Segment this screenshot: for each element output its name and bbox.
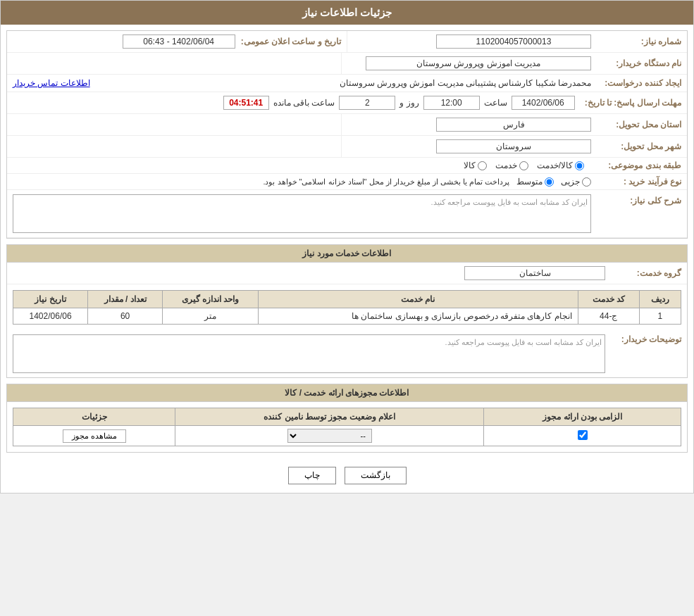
service-group-value: ساختمان xyxy=(464,266,605,280)
province-value: فارس xyxy=(436,118,591,132)
category-khadamat-option[interactable]: خدمت xyxy=(495,161,528,170)
deadline-remaining: 04:51:41 xyxy=(223,96,269,110)
deadline-days-label: روز و xyxy=(399,98,419,108)
permits-section-header: اطلاعات مجوزهای ارائه خدمت / کالا xyxy=(7,384,687,402)
service-group-row: گروه خدمت: ساختمان xyxy=(7,263,687,284)
need-description-row: شرح کلی نیاز: ایران کد مشابه است به فایل… xyxy=(7,190,687,238)
col-details: جزئیات xyxy=(13,408,175,426)
requester-label: ایجاد کننده درخواست: xyxy=(597,78,681,88)
process-jazii-option[interactable]: جزیی xyxy=(561,177,591,187)
back-button[interactable]: بازگشت xyxy=(345,467,407,484)
deadline-label: مهلت ارسال پاسخ: تا تاریخ: xyxy=(585,98,681,108)
requester-value: محمدرضا شکیبا کارشناس پشتیبانی مدیریت ام… xyxy=(96,78,591,88)
category-khadamat-text: خدمت xyxy=(495,161,517,170)
page-title: جزئیات اطلاعات نیاز xyxy=(1,1,693,25)
services-table: ردیف کد خدمت نام خدمت واحد اندازه گیری ت… xyxy=(13,290,681,325)
process-row: نوع فرآیند خرید : جزیی متوسط پرداخت تمام… xyxy=(7,174,687,190)
need-desc-value: ایران کد مشابه است به فایل پیوست مراجعه … xyxy=(13,194,591,233)
deadline-remaining-label: ساعت باقی مانده xyxy=(273,98,335,108)
process-label: نوع فرآیند خرید : xyxy=(597,177,681,187)
col-date: تاریخ نیاز xyxy=(13,291,88,308)
cell-service-code: ج-44 xyxy=(578,308,639,325)
category-kala-radio[interactable] xyxy=(478,161,487,170)
need-number-label: شماره نیاز: xyxy=(597,37,681,46)
category-kala-text: کالا xyxy=(464,161,476,170)
category-kala-khadamat-radio[interactable] xyxy=(575,161,584,170)
cell-quantity: 60 xyxy=(88,308,163,325)
col-required: الزامی بودن ارائه مجوز xyxy=(484,408,681,426)
cell-details: مشاهده مجوز xyxy=(13,426,175,446)
category-kala-khadamat-option[interactable]: کالا/خدمت xyxy=(537,161,584,170)
need-number-value: 1102004057000013 xyxy=(436,34,591,49)
category-kala-option[interactable]: کالا xyxy=(464,161,487,170)
col-unit: واحد اندازه گیری xyxy=(163,291,259,308)
city-value: سروستان xyxy=(436,139,591,153)
need-desc-label: شرح کلی نیاز: xyxy=(597,194,681,233)
process-desc: پرداخت تمام یا بخشی از مبلغ خریدار از مح… xyxy=(263,177,509,187)
category-row: طبقه بندی موضوعی: کالا/خدمت خدمت کالا xyxy=(7,158,687,174)
view-permit-button[interactable]: مشاهده مجوز xyxy=(63,429,126,443)
table-row: -- مشاهده مجوز xyxy=(13,426,681,446)
deadline-days: 2 xyxy=(339,96,395,110)
cell-row-num: 1 xyxy=(639,308,681,325)
cell-date: 1402/06/06 xyxy=(13,308,88,325)
category-label: طبقه بندی موضوعی: xyxy=(597,161,681,170)
col-row-num: ردیف xyxy=(639,291,681,308)
process-jazii-text: جزیی xyxy=(561,177,580,187)
announce-date-value: 1402/06/04 - 06:43 xyxy=(123,34,235,49)
category-kala-khadamat-text: کالا/خدمت xyxy=(537,161,573,170)
services-section-header: اطلاعات خدمات مورد نیاز xyxy=(7,245,687,263)
buyer-org-label: نام دستگاه خریدار: xyxy=(597,58,681,68)
col-quantity: تعداد / مقدار xyxy=(88,291,163,308)
province-label: استان محل تحویل: xyxy=(597,120,681,130)
contact-info-link[interactable]: اطلاعات تماس خریدار xyxy=(13,78,90,88)
buyer-desc-label: توضیحات خریدار: xyxy=(611,334,681,373)
col-service-name: نام خدمت xyxy=(258,291,578,308)
process-jazii-radio[interactable] xyxy=(582,177,591,187)
services-section: اطلاعات خدمات مورد نیاز گروه خدمت: ساختم… xyxy=(6,244,688,378)
permit-announce-select[interactable]: -- xyxy=(287,429,372,443)
cell-required xyxy=(484,426,681,446)
process-motevaset-radio[interactable] xyxy=(545,177,554,187)
city-label: شهر محل تحویل: xyxy=(597,142,681,151)
permits-section: اطلاعات مجوزهای ارائه خدمت / کالا الزامی… xyxy=(6,384,688,453)
col-service-code: کد خدمت xyxy=(578,291,639,308)
category-khadamat-radio[interactable] xyxy=(519,161,528,170)
permits-table: الزامی بودن ارائه مجوز اعلام وضعیت مجوز … xyxy=(13,408,681,446)
deadline-date: 1402/06/06 xyxy=(512,96,575,110)
process-motevaset-text: متوسط xyxy=(516,177,543,187)
main-info-section: شماره نیاز: 1102004057000013 تاریخ و ساع… xyxy=(6,30,688,239)
deadline-time-label: ساعت xyxy=(484,98,507,108)
announce-date-label: تاریخ و ساعت اعلان عمومی: xyxy=(241,37,341,46)
deadline-time: 12:00 xyxy=(423,96,480,110)
cell-unit: متر xyxy=(163,308,259,325)
buyer-desc-value: ایران کد مشابه است به فایل پیوست مراجعه … xyxy=(13,334,605,373)
col-announce: اعلام وضعیت مجوز توسط نامین کننده xyxy=(175,408,484,426)
service-group-label: گروه خدمت: xyxy=(611,268,681,278)
buyer-description-row: توضیحات خریدار: ایران کد مشابه است به فا… xyxy=(7,330,687,377)
process-motevaset-option[interactable]: متوسط xyxy=(516,177,554,187)
cell-service-name: انجام کارهای متفرقه درخصوص بازسازی و بهس… xyxy=(258,308,578,325)
footer-buttons: بازگشت چاپ xyxy=(1,458,693,493)
cell-announce: -- xyxy=(175,426,484,446)
table-row: 1 ج-44 انجام کارهای متفرقه درخصوص بازساز… xyxy=(13,308,681,325)
permit-required-checkbox[interactable] xyxy=(578,430,588,440)
buyer-org-value: مدیریت اموزش وپرورش سروستان xyxy=(366,56,591,70)
print-button[interactable]: چاپ xyxy=(288,467,336,484)
